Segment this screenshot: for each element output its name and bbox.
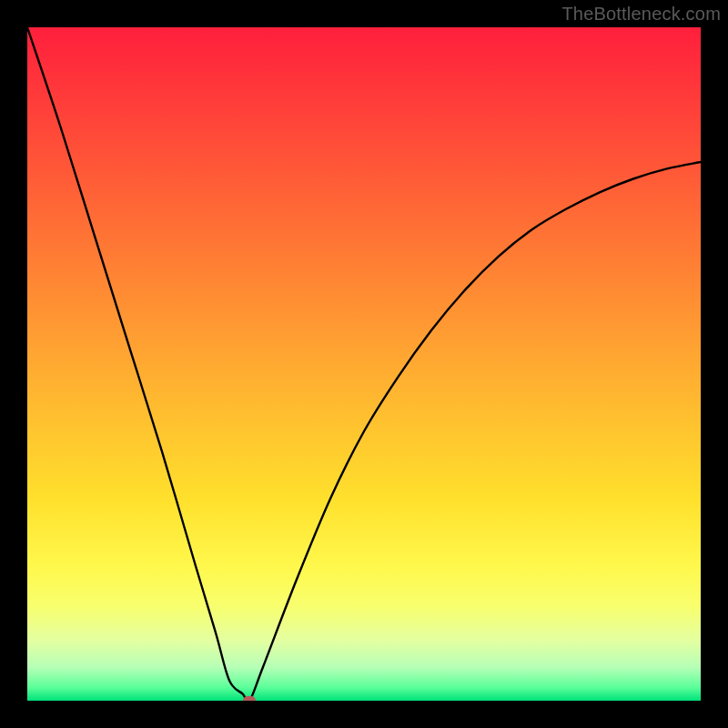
bottleneck-curve <box>27 27 701 701</box>
plot-area <box>27 27 701 701</box>
chart-frame: TheBottleneck.com <box>0 0 728 728</box>
watermark-text: TheBottleneck.com <box>561 4 721 25</box>
curve-layer <box>27 27 701 701</box>
optimum-marker <box>243 696 256 701</box>
